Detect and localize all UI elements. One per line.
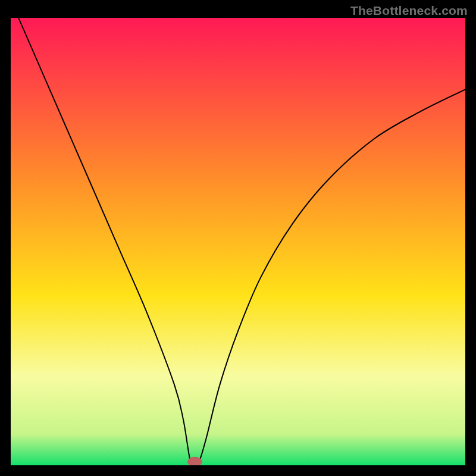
chart-frame: TheBottleneck.com <box>0 0 476 476</box>
gradient-rect <box>11 18 465 465</box>
watermark-text: TheBottleneck.com <box>350 4 468 18</box>
chart-svg <box>11 18 465 465</box>
plot-area <box>11 18 465 465</box>
